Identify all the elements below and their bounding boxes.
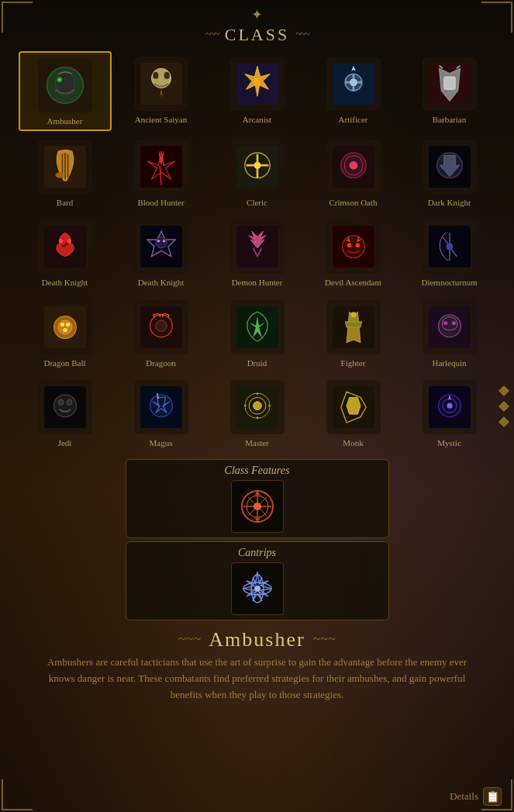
cantrips-icon bbox=[231, 562, 284, 615]
class-icon-jedi bbox=[36, 378, 95, 437]
class-item-druid[interactable]: Druid bbox=[211, 295, 304, 371]
class-icon-fighter bbox=[324, 298, 383, 357]
class-name-druid: Druid bbox=[247, 358, 267, 368]
class-item-monk[interactable]: Monk bbox=[307, 375, 400, 451]
class-name-blood-hunter: Blood Hunter bbox=[137, 198, 184, 208]
svg-point-51 bbox=[350, 312, 356, 317]
class-item-ambusher[interactable]: Ambusher bbox=[19, 51, 112, 131]
class-icon-bg-monk bbox=[326, 380, 381, 434]
class-item-magus[interactable]: Magus bbox=[115, 375, 208, 451]
class-icon-dark-knight bbox=[420, 137, 479, 196]
class-item-blood-hunter[interactable]: Blood Hunter bbox=[115, 134, 208, 211]
class-icon-bg-diemnocturnum bbox=[423, 219, 477, 274]
class-icon-bg-fighter bbox=[326, 300, 381, 354]
char-name-row: ~~~ Ambusher ~~~ bbox=[178, 628, 336, 651]
class-icon-bg-dark-knight bbox=[423, 140, 477, 194]
class-name-master: Master bbox=[245, 438, 269, 448]
class-icon-diemnocturnum bbox=[420, 217, 479, 276]
class-item-devil-ascendant[interactable]: Devil Ascendant bbox=[307, 214, 400, 291]
class-item-fighter[interactable]: Fighter bbox=[307, 295, 400, 371]
class-item-diemnocturnum[interactable]: Diemnocturnum bbox=[403, 214, 496, 291]
class-icon-bg-ancient-saiyan bbox=[134, 57, 188, 111]
class-name-dragon-ball: Dragon Ball bbox=[43, 358, 85, 368]
class-icon-ambusher bbox=[36, 56, 95, 115]
class-icon-bg-crimson-oath bbox=[326, 140, 381, 194]
class-item-jedi[interactable]: Jedi bbox=[19, 375, 112, 451]
class-icon-crimson-oath bbox=[324, 137, 383, 196]
svg-point-65 bbox=[253, 402, 261, 410]
class-item-harlequin[interactable]: Harlequin bbox=[403, 295, 496, 371]
edge-decoration bbox=[500, 387, 508, 426]
char-name-ornament-right: ~~~ bbox=[313, 631, 336, 648]
char-description: Ambushers are careful tacticians that us… bbox=[16, 655, 498, 703]
class-icon-monk bbox=[324, 378, 383, 437]
class-item-demon-hunter[interactable]: Demon Hunter bbox=[211, 214, 304, 291]
class-name-arcanist: Arcanist bbox=[243, 115, 271, 125]
class-icon-ancient-saiyan bbox=[132, 54, 191, 113]
class-icon-bg-harlequin bbox=[423, 300, 477, 354]
svg-point-27 bbox=[58, 239, 62, 243]
svg-point-43 bbox=[60, 322, 64, 326]
page-header: ✦ ~~~ Class ~~~ bbox=[0, 0, 514, 48]
svg-point-1 bbox=[55, 71, 74, 94]
class-icon-bg-master bbox=[230, 380, 285, 434]
class-name-cleric: Cleric bbox=[247, 198, 267, 208]
svg-point-48 bbox=[155, 320, 166, 331]
svg-point-32 bbox=[162, 240, 165, 243]
class-icon-death-knight-1 bbox=[36, 217, 95, 276]
cantrips-row: Cantrips bbox=[126, 541, 389, 620]
class-icon-bg-blood-hunter bbox=[134, 140, 188, 194]
class-icon-bg-death-knight-2 bbox=[134, 219, 188, 274]
class-name-ancient-saiyan: Ancient Saiyan bbox=[135, 115, 188, 125]
class-features-svg bbox=[236, 485, 279, 528]
class-name-death-knight-2: Death Knight bbox=[138, 278, 185, 288]
class-item-dragon-ball[interactable]: Dragon Ball bbox=[19, 295, 112, 371]
corner-decoration-bl bbox=[2, 779, 33, 810]
class-icon-bg-barbarian bbox=[423, 57, 477, 111]
class-item-crimson-oath[interactable]: Crimson Oath bbox=[307, 134, 400, 211]
class-icon-bg-dragon-ball bbox=[38, 300, 92, 354]
class-item-dragoon[interactable]: Dragoon bbox=[115, 295, 208, 371]
class-item-death-knight-2[interactable]: Death Knight bbox=[115, 214, 208, 291]
class-item-artificer[interactable]: Artificer bbox=[307, 51, 400, 131]
header-ornament: ~~~ Class ~~~ bbox=[205, 25, 309, 45]
class-item-ancient-saiyan[interactable]: Ancient Saiyan bbox=[115, 51, 208, 131]
svg-point-55 bbox=[451, 320, 455, 324]
cantrips-label: Cantrips bbox=[238, 547, 276, 559]
char-name-ornament-left: ~~~ bbox=[178, 631, 201, 648]
page-title: Class bbox=[225, 25, 289, 45]
class-icon-mystic bbox=[420, 378, 479, 437]
class-item-arcanist[interactable]: Arcanist bbox=[211, 51, 304, 131]
class-icon-dragoon bbox=[132, 298, 191, 357]
class-item-mystic[interactable]: Mystic bbox=[403, 375, 496, 451]
class-item-death-knight-1[interactable]: Death Knight bbox=[19, 214, 112, 291]
class-name-crimson-oath: Crimson Oath bbox=[329, 198, 377, 208]
class-features-card[interactable]: Class Features bbox=[126, 459, 389, 538]
class-icon-bg-cleric bbox=[230, 140, 285, 194]
class-item-barbarian[interactable]: Barbarian bbox=[403, 51, 496, 131]
class-item-dark-knight[interactable]: Dark Knight bbox=[403, 134, 496, 211]
details-link[interactable]: Details bbox=[450, 790, 478, 803]
svg-point-44 bbox=[65, 322, 69, 326]
svg-point-39 bbox=[446, 244, 453, 251]
class-item-bard[interactable]: Bard bbox=[19, 134, 112, 211]
class-features-label: Class Features bbox=[225, 465, 290, 477]
class-icon-death-knight-2 bbox=[132, 217, 191, 276]
svg-point-30 bbox=[155, 237, 166, 248]
svg-point-61 bbox=[150, 395, 172, 417]
svg-point-70 bbox=[447, 403, 452, 408]
class-icon-barbarian bbox=[420, 54, 479, 113]
ornament-right: ~~~ bbox=[295, 29, 309, 41]
cantrips-card[interactable]: Cantrips bbox=[126, 541, 389, 620]
svg-point-76 bbox=[254, 586, 260, 592]
class-icon-bg-artificer bbox=[326, 57, 381, 111]
class-item-master[interactable]: Master bbox=[211, 375, 304, 451]
svg-point-28 bbox=[67, 239, 71, 243]
class-item-cleric[interactable]: Cleric bbox=[211, 134, 304, 211]
class-name-magus: Magus bbox=[150, 438, 173, 448]
class-name-barbarian: Barbarian bbox=[433, 115, 466, 125]
svg-point-54 bbox=[443, 320, 447, 324]
class-icon-master bbox=[228, 378, 287, 437]
class-name-devil-ascendant: Devil Ascendant bbox=[325, 278, 381, 288]
feature-row: Class Features bbox=[126, 459, 389, 538]
